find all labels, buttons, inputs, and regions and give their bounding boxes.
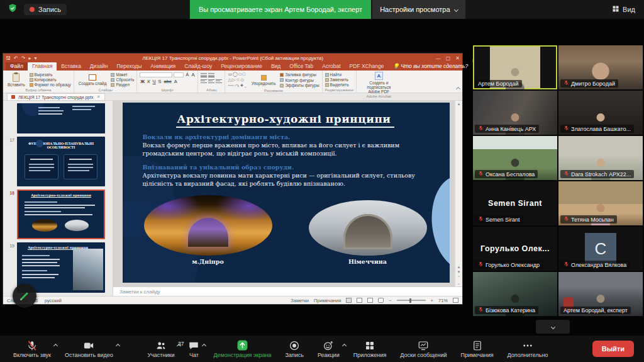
participant-tile[interactable]: Dara Strokach АРХ22... [558,136,643,180]
ribbon-tab-вставка[interactable]: Вставка [57,62,86,71]
participant-tile[interactable]: CОлександра Вялкова [558,227,643,271]
toolbar-apps-button[interactable]: Приложения [347,339,394,358]
shadow-button[interactable]: S [158,79,162,84]
notes-pane[interactable]: Заметки к слайду [113,286,462,296]
slide-sorter-view-icon[interactable] [357,298,362,303]
ribbon-tab-вид[interactable]: Вид [267,62,285,71]
underline-button[interactable]: Ч [152,79,157,84]
participant-tile[interactable]: Дмитро Бородай [558,45,643,89]
tell-me-box[interactable]: 💡 Что вы хотите сделать? [388,62,472,71]
ribbon-tab-рецензирование[interactable]: Рецензирование [216,62,267,71]
numbering-button[interactable] [208,73,214,77]
replace-button[interactable]: Заменить [325,77,349,82]
arrange-button[interactable]: Упорядочить [250,72,278,88]
chevron-up-icon[interactable] [342,344,347,348]
reset-button[interactable]: Сбросить [111,77,134,82]
participant-tile[interactable]: Бізюкова Катерина [473,272,557,316]
toolbar-participants-button[interactable]: Участники37 [140,339,181,358]
shape-effects-button[interactable]: Эффекты фигуры [280,83,319,88]
zoom-level[interactable]: 71% [438,298,448,303]
shape-outline-button[interactable]: Контур фигуры [280,78,319,82]
chevron-up-icon[interactable] [53,344,58,348]
document-tab[interactable]: ЛЕКЦІЯ 17 Транспортні споруди.pptx ✕ [7,93,105,100]
slide-thumbnail-16[interactable] [17,103,105,133]
create-adobe-pdf-button[interactable]: A Создать и подписаться Adobe PDF [359,72,398,94]
ribbon-tab-файл[interactable]: Файл [6,62,28,71]
vertical-scrollbar[interactable]: ▲ ▲▼⌃⌄ [455,101,462,286]
close-button[interactable]: ✕ [455,55,460,61]
italic-button[interactable]: К [147,79,150,84]
bullets-button[interactable] [201,73,207,77]
participant-tile[interactable]: Златослава Башкато... [558,91,643,135]
font-color-button[interactable]: А [174,79,178,84]
chevron-up-icon[interactable] [116,344,120,348]
format-painter-button[interactable]: Формат по образцу [30,82,71,87]
align-right-button[interactable] [216,79,222,84]
section-button[interactable]: Раздел [111,82,134,87]
bold-button[interactable]: Ж [140,79,145,84]
participant-tile[interactable]: Артем Бородай [473,45,557,89]
participant-tile[interactable]: Анна Канівець АРХ [473,91,557,135]
toolbar-reactions-button[interactable]: Реакции [311,339,347,358]
scroll-participants-button[interactable] [536,320,570,334]
layout-button[interactable]: Макет [111,72,134,77]
ribbon-tab-acrobat[interactable]: Acrobat [318,62,345,71]
shapes-gallery[interactable]: ▭◯⬭□△▷☆◇⬳↷✦⌄ [228,72,247,88]
slideshow-view-icon[interactable] [378,298,384,303]
ribbon-tab-дизайн[interactable]: Дизайн [86,62,113,71]
zoom-in-icon[interactable]: + [431,298,433,303]
participant-tile[interactable]: Горулько Олек...Горулько Олександр [473,227,557,271]
normal-view-icon[interactable] [346,298,352,303]
restore-button[interactable]: ▢ [446,55,451,61]
participant-tile[interactable]: Артем Бородай, експерт [558,272,643,316]
zoom-out-icon[interactable]: − [389,298,391,303]
toolbar-video-button[interactable]: Остановить видео [58,339,120,358]
toolbar-record-button[interactable]: Запись [278,339,311,358]
security-shield-icon[interactable] [8,3,18,16]
new-slide-button[interactable]: Создать слайд [77,72,109,88]
ribbon-tab-слайд-шоу[interactable]: Слайд-шоу [180,62,216,71]
ribbon-tab-pdf-xchange[interactable]: PDF XChange [345,62,389,71]
minimize-button[interactable]: — [436,55,441,61]
annotate-pencil-button[interactable] [13,284,36,308]
copy-button[interactable]: Копировать [30,77,71,82]
align-left-button[interactable] [201,79,207,84]
ribbon-tab-главная[interactable]: Главная [28,62,57,71]
slide-thumbnail-18-selected[interactable]: Архітектурно-художні принципи [17,189,105,239]
close-tab-icon[interactable]: ✕ [97,94,101,99]
align-center-button[interactable] [208,79,214,84]
shape-fill-button[interactable]: Заливка фигуры [280,72,319,77]
toolbar-more-button[interactable]: Дополнительно [501,339,555,358]
font-size-box[interactable] [174,72,184,77]
find-button[interactable]: Найти [325,72,349,77]
toolbar-whiteboards-button[interactable]: Доски сообщений [393,339,453,358]
participant-tile[interactable]: Оксана Беспалова [473,136,557,180]
strikethrough-button[interactable]: abc [164,79,172,84]
collapse-ribbon-icon[interactable] [456,87,460,91]
ribbon-tab-переходы[interactable]: Переходы [112,62,146,71]
toolbar-mic-off-button[interactable]: Включить звук [6,339,58,358]
participant-tile[interactable]: Semen SirantSemen Sirant [473,181,557,225]
chevron-up-icon[interactable] [202,344,206,348]
recording-indicator[interactable]: Запись [24,4,67,15]
toolbar-chat-button[interactable]: Чат [181,339,206,358]
reading-view-icon[interactable] [367,298,373,303]
slide-thumbnail-17[interactable]: ФУНКЦІОНАЛЬНО-ПЛАНУВАЛЬНІ ОСОБЛИВОСТІ [17,137,105,186]
toolbar-notes-button[interactable]: Примечания [454,339,501,358]
ribbon-tab-анимация[interactable]: Анимация [146,62,180,71]
leave-button[interactable]: Выйти [592,341,634,357]
select-button[interactable]: Выделить [325,82,349,87]
comments-toggle[interactable]: Примечания [314,298,341,303]
view-button[interactable]: Вид [612,5,644,14]
cut-button[interactable]: Вырезать [30,72,71,77]
ribbon-tab-office-tab[interactable]: Office Tab [285,62,318,71]
notes-toggle[interactable]: Заметки [291,298,309,303]
view-settings-button[interactable]: Настройки просмотра [372,0,465,19]
toolbar-screen-share-button[interactable]: Демонстрация экрана [206,339,278,358]
language-indicator[interactable]: русский [45,298,62,303]
paste-button[interactable]: Вставить [6,72,27,88]
font-name-box[interactable] [140,72,172,77]
zoom-slider[interactable] [397,300,426,301]
fit-to-window-icon[interactable] [453,298,458,303]
participant-tile[interactable]: Тетяна Мосьпан [558,181,643,225]
